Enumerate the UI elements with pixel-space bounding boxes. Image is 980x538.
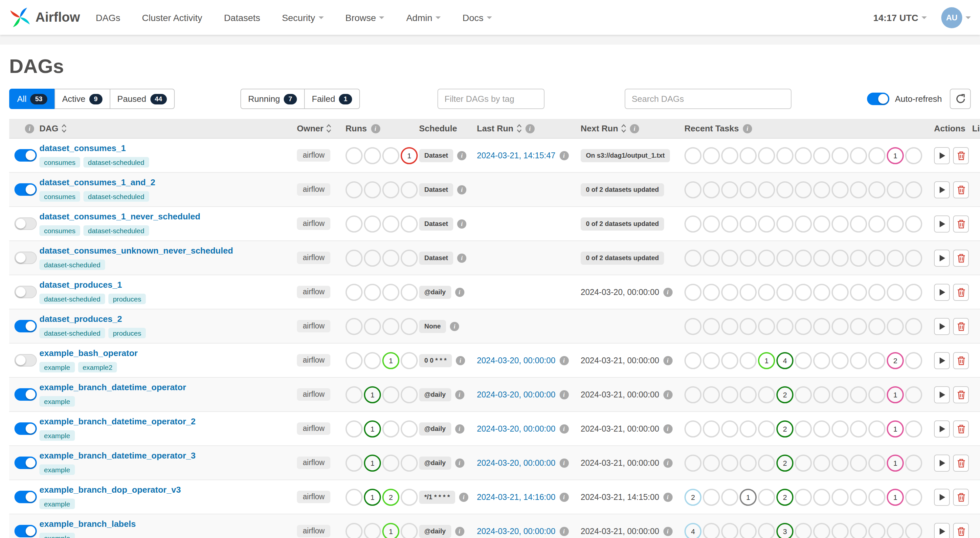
recent-task-circle[interactable] (795, 249, 812, 266)
recent-task-circle[interactable] (795, 318, 812, 335)
recent-task-circle[interactable] (850, 181, 867, 198)
recent-task-circle[interactable] (684, 318, 702, 335)
dag-tag[interactable]: dataset-scheduled (83, 157, 149, 168)
recent-task-circle[interactable] (832, 181, 849, 198)
dag-run-circle[interactable] (345, 181, 363, 198)
delete-dag-button[interactable] (953, 489, 969, 506)
dag-run-circle[interactable] (364, 147, 381, 164)
recent-task-circle[interactable] (905, 283, 922, 301)
dag-pause-toggle[interactable] (14, 149, 37, 162)
recent-task-circle[interactable] (832, 215, 849, 232)
owner-badge[interactable]: airflow (297, 354, 330, 367)
dag-pause-toggle[interactable] (14, 422, 37, 435)
owner-badge[interactable]: airflow (297, 388, 330, 401)
dag-pause-toggle[interactable] (14, 354, 37, 366)
dag-pause-toggle[interactable] (14, 388, 37, 401)
dag-run-circle[interactable] (364, 249, 381, 266)
sort-icon[interactable] (621, 124, 627, 133)
recent-task-circle[interactable] (703, 352, 720, 369)
owner-badge[interactable]: airflow (297, 422, 330, 435)
recent-task-circle[interactable] (758, 522, 775, 538)
recent-task-circle[interactable] (832, 318, 849, 335)
recent-task-circle[interactable] (703, 454, 720, 471)
dag-run-circle[interactable] (345, 420, 363, 437)
recent-task-circle[interactable] (850, 352, 867, 369)
nav-item-security[interactable]: Security (282, 12, 323, 23)
nav-item-browse[interactable]: Browse (345, 12, 385, 23)
recent-task-circle[interactable] (703, 249, 720, 266)
recent-task-circle[interactable] (832, 249, 849, 266)
recent-task-circle[interactable]: 4 (776, 352, 794, 369)
recent-task-circle[interactable] (905, 454, 922, 471)
sort-icon[interactable] (326, 124, 332, 133)
recent-task-circle[interactable] (868, 386, 885, 403)
recent-task-circle[interactable] (813, 249, 830, 266)
recent-task-circle[interactable]: 1 (887, 386, 904, 403)
delete-dag-button[interactable] (953, 318, 969, 335)
recent-task-circle[interactable] (813, 147, 830, 164)
recent-task-circle[interactable] (813, 215, 830, 232)
dag-run-circle[interactable] (345, 318, 363, 335)
recent-task-circle[interactable] (868, 249, 885, 266)
dag-run-circle[interactable] (364, 522, 381, 538)
recent-task-circle[interactable] (868, 420, 885, 437)
auto-refresh-toggle[interactable] (867, 92, 890, 105)
nav-item-cluster-activity[interactable]: Cluster Activity (142, 12, 202, 23)
trigger-dag-button[interactable] (934, 181, 950, 198)
recent-task-circle[interactable] (795, 522, 812, 538)
dag-tag[interactable]: produces (108, 328, 146, 339)
dag-pause-toggle[interactable] (14, 183, 37, 196)
dag-tag[interactable]: dataset-scheduled (40, 328, 105, 339)
dag-run-circle[interactable]: 1 (364, 454, 381, 471)
recent-task-circle[interactable]: 2 (776, 454, 794, 471)
recent-task-circle[interactable] (758, 181, 775, 198)
timezone-selector[interactable]: 14:17 UTC (873, 12, 927, 23)
dag-run-circle[interactable] (382, 181, 399, 198)
recent-task-circle[interactable]: 1 (740, 489, 757, 506)
last-run-link[interactable]: 2024-03-20, 00:00:00 (477, 527, 555, 536)
recent-task-circle[interactable] (776, 318, 794, 335)
recent-task-circle[interactable] (740, 283, 757, 301)
recent-task-circle[interactable] (850, 318, 867, 335)
recent-task-circle[interactable] (721, 215, 738, 232)
dag-pause-toggle[interactable] (14, 251, 37, 264)
recent-task-circle[interactable] (740, 454, 757, 471)
recent-task-circle[interactable] (868, 318, 885, 335)
recent-task-circle[interactable] (905, 420, 922, 437)
recent-task-circle[interactable] (758, 454, 775, 471)
recent-task-circle[interactable] (703, 489, 720, 506)
dag-run-circle[interactable] (382, 249, 399, 266)
dag-tag[interactable]: example (40, 498, 75, 509)
recent-task-circle[interactable]: 2 (776, 420, 794, 437)
trigger-dag-button[interactable] (934, 489, 950, 506)
dag-run-circle[interactable] (345, 249, 363, 266)
recent-task-circle[interactable] (776, 181, 794, 198)
recent-task-circle[interactable]: 2 (887, 352, 904, 369)
last-run-link[interactable]: 2024-03-20, 00:00:00 (477, 424, 555, 433)
trigger-dag-button[interactable] (934, 215, 950, 232)
owner-badge[interactable]: airflow (297, 149, 330, 162)
owner-badge[interactable]: airflow (297, 457, 330, 470)
trigger-dag-button[interactable] (934, 318, 950, 335)
recent-task-circle[interactable] (905, 215, 922, 232)
dag-tag[interactable]: consumes (40, 157, 80, 168)
dag-tag[interactable]: dataset-scheduled (40, 259, 105, 270)
tag-filter-input[interactable] (438, 89, 544, 109)
dag-run-circle[interactable] (382, 454, 399, 471)
owner-badge[interactable]: airflow (297, 491, 330, 503)
owner-badge[interactable]: airflow (297, 525, 330, 538)
recent-task-circle[interactable] (795, 215, 812, 232)
recent-task-circle[interactable] (813, 283, 830, 301)
recent-task-circle[interactable] (758, 249, 775, 266)
recent-task-circle[interactable] (868, 181, 885, 198)
recent-task-circle[interactable] (721, 318, 738, 335)
trigger-dag-button[interactable] (934, 420, 950, 437)
recent-task-circle[interactable] (703, 147, 720, 164)
dag-tag[interactable]: dataset-scheduled (83, 191, 149, 202)
recent-task-circle[interactable] (703, 181, 720, 198)
recent-task-circle[interactable] (740, 147, 757, 164)
last-run-link[interactable]: 2024-03-20, 00:00:00 (477, 356, 555, 365)
recent-task-circle[interactable] (813, 454, 830, 471)
recent-task-circle[interactable] (740, 181, 757, 198)
dag-run-circle[interactable] (401, 215, 418, 232)
